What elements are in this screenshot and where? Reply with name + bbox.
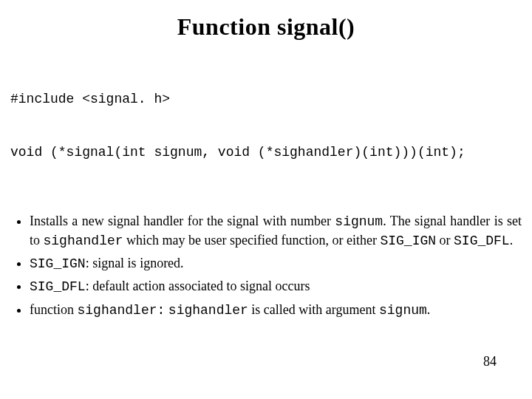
bullet-list-2: SIG_IGN: signal is ignored. SIG_DFL: def… <box>10 254 522 319</box>
code-signum: signum <box>335 214 383 229</box>
code-line-2: void (*signal(int signum, void (*sighand… <box>10 143 522 161</box>
text: . <box>427 302 431 317</box>
code-signum: signum <box>379 303 427 318</box>
code-sig-ign: SIG_IGN <box>30 256 86 271</box>
text: or <box>436 233 454 248</box>
slide: Function signal() #include <signal. h> v… <box>0 0 532 399</box>
text: is called with argument <box>248 302 379 317</box>
code-block: #include <signal. h> void (*signal(int s… <box>10 54 522 197</box>
page-number: 84 <box>483 354 497 369</box>
code-sighandler: sighandler <box>168 303 248 318</box>
slide-title: Function signal() <box>10 13 522 41</box>
text: : default action associated to signal oc… <box>86 279 310 293</box>
bullet-sighandler: function sighandler: sighandler is calle… <box>30 301 522 319</box>
text: : signal is ignored. <box>86 256 184 270</box>
bullet-sig-ign: SIG_IGN: signal is ignored. <box>30 254 522 273</box>
code-sig-dfl: SIG_DFL <box>30 279 86 294</box>
text: which may be user specified function, or… <box>123 233 381 248</box>
code-sighandler: sighandler: <box>78 303 166 318</box>
bullet-list-1: Installs a new signal handler for the si… <box>10 212 522 250</box>
text: . <box>510 233 514 248</box>
code-line-1: #include <signal. h> <box>10 90 522 108</box>
text: function <box>30 302 78 317</box>
code-sig-ign: SIG_IGN <box>380 233 436 248</box>
bullet-sig-dfl: SIG_DFL: default action associated to si… <box>30 277 522 296</box>
code-sighandler: sighandler <box>44 233 123 248</box>
code-sig-dfl: SIG_DFL <box>454 233 510 248</box>
text: Installs a new signal handler for the si… <box>30 214 335 228</box>
bullet-install: Installs a new signal handler for the si… <box>30 212 522 250</box>
